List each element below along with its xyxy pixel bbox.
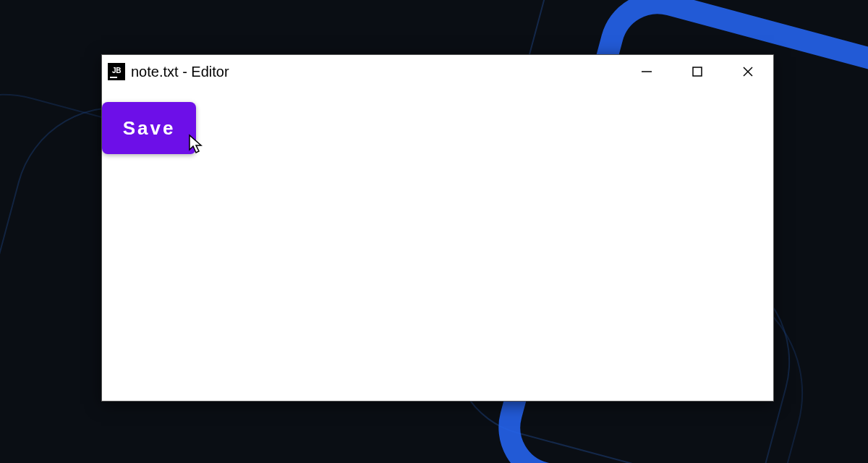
window-controls xyxy=(621,55,773,88)
svg-rect-1 xyxy=(693,67,702,76)
minimize-icon xyxy=(641,66,652,77)
app-icon: JB xyxy=(108,63,125,80)
titlebar[interactable]: JB note.txt - Editor xyxy=(102,55,773,88)
app-icon-text: JB xyxy=(112,67,121,75)
minimize-button[interactable] xyxy=(621,55,672,88)
maximize-icon xyxy=(692,66,703,77)
save-button[interactable]: Save xyxy=(102,102,196,154)
editor-window: JB note.txt - Editor Save xyxy=(101,54,774,402)
maximize-button[interactable] xyxy=(672,55,723,88)
close-icon xyxy=(742,66,754,77)
app-icon-underline xyxy=(110,77,117,78)
close-button[interactable] xyxy=(723,55,773,88)
window-title: note.txt - Editor xyxy=(131,64,229,80)
save-button-label: Save xyxy=(123,117,176,140)
titlebar-left: JB note.txt - Editor xyxy=(108,63,229,80)
